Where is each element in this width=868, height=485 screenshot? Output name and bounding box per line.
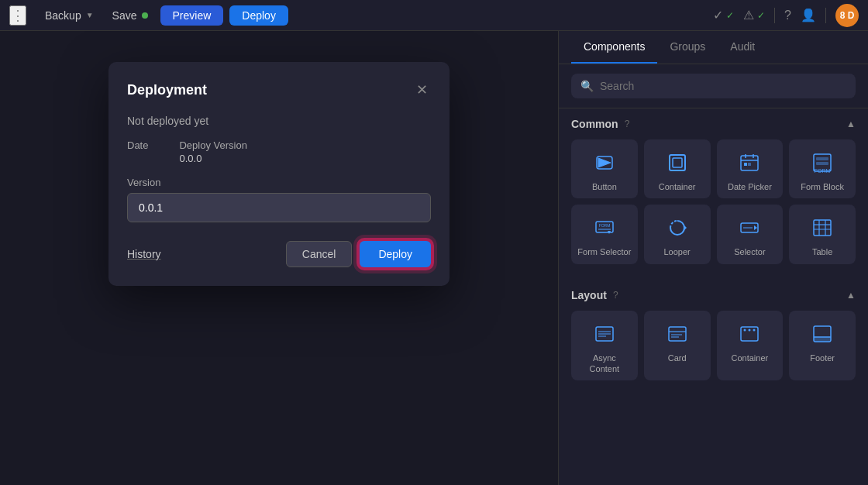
datepicker-label: Date Picker: [728, 181, 772, 192]
svg-rect-9: [748, 163, 751, 166]
avatar-button[interactable]: 8 D: [835, 4, 859, 27]
datepicker-icon: [735, 149, 763, 177]
right-panel: Components Groups Audit 🔍 Common ? ▲: [558, 31, 868, 485]
component-footer[interactable]: Footer: [789, 311, 856, 381]
svg-point-38: [753, 328, 756, 331]
save-button[interactable]: Save: [106, 6, 154, 25]
date-label: Date: [127, 139, 148, 151]
svg-point-36: [744, 328, 746, 331]
component-looper[interactable]: Looper: [644, 205, 711, 263]
modal-backdrop: Deployment ✕ Not deployed yet Date Deplo…: [0, 31, 558, 485]
layout-section-header: Layout ? ▲: [571, 289, 856, 301]
modal-close-button[interactable]: ✕: [412, 81, 431, 99]
search-wrap: 🔍: [571, 74, 856, 98]
cancel-button[interactable]: Cancel: [286, 241, 353, 267]
toolbar: ⋮ Backup ▼ Save Preview Deploy ✓ ✓ ⚠ ✓ ?…: [0, 0, 868, 31]
component-selector[interactable]: Selector: [717, 205, 784, 263]
table-label: Table: [812, 246, 832, 257]
component-formselector[interactable]: FORM Form Selector: [571, 205, 638, 263]
selector-label: Selector: [734, 246, 765, 257]
container-icon: [663, 149, 691, 177]
search-input[interactable]: [600, 80, 846, 92]
container2-icon: [735, 320, 763, 348]
component-asynccontent[interactable]: Async Content: [571, 311, 638, 381]
canvas-area: rs to integrate essential or simply insp…: [0, 31, 558, 485]
tab-components[interactable]: Components: [571, 31, 657, 64]
panel-scroll: Common ? ▲ Button: [559, 108, 868, 485]
formblock-icon: FORM: [808, 149, 836, 177]
component-formblock[interactable]: FORM Form Block: [789, 139, 856, 198]
modal-deploy-version: Deploy Version 0.0.0: [179, 139, 246, 164]
warning-icon-btn[interactable]: ⚠ ✓: [743, 8, 765, 22]
help-icon-btn[interactable]: ?: [784, 9, 791, 22]
tab-groups[interactable]: Groups: [657, 31, 718, 64]
footer-label: Footer: [810, 353, 835, 363]
component-container[interactable]: Container: [644, 139, 711, 198]
looper-icon: [663, 214, 691, 242]
card-icon: [663, 320, 691, 348]
layout-help-icon[interactable]: ?: [613, 290, 618, 301]
backup-button[interactable]: Backup ▼: [39, 6, 100, 25]
asynccontent-icon: [591, 320, 618, 348]
svg-text:FORM: FORM: [599, 223, 611, 228]
asynccontent-label: Async Content: [577, 353, 632, 375]
toolbar-separator: [774, 8, 775, 23]
svg-marker-0: [598, 158, 611, 167]
table-icon: [808, 214, 836, 242]
container-label: Container: [659, 181, 696, 192]
preview-button[interactable]: Preview: [160, 5, 224, 26]
component-datepicker[interactable]: Date Picker: [717, 139, 784, 198]
layout-section: Layout ? ▲: [559, 280, 868, 397]
modal-status: Not deployed yet: [127, 115, 431, 127]
formselector-icon: FORM: [591, 214, 618, 242]
svg-text:FORM: FORM: [815, 168, 831, 174]
history-button[interactable]: History: [127, 248, 161, 260]
modal-meta: Date Deploy Version 0.0.0: [127, 139, 431, 164]
button-label: Button: [592, 181, 617, 192]
component-container2[interactable]: Container: [717, 311, 784, 381]
layout-section-title: Layout: [571, 289, 607, 301]
layout-collapse-button[interactable]: ▲: [846, 290, 856, 301]
svg-rect-3: [673, 158, 682, 167]
svg-rect-2: [670, 155, 685, 170]
common-section-header: Common ? ▲: [571, 118, 856, 130]
panel-tabs: Components Groups Audit: [559, 31, 868, 64]
person-icon-btn[interactable]: 👤: [801, 8, 816, 22]
version-label: Version: [127, 177, 431, 188]
modal-title: Deployment: [127, 82, 207, 98]
common-title-wrap: Common ?: [571, 118, 629, 130]
svg-marker-21: [754, 225, 757, 230]
main-layout: rs to integrate essential or simply insp…: [0, 31, 868, 485]
toolbar-separator-2: [825, 8, 826, 23]
check-icon-btn[interactable]: ✓ ✓: [713, 8, 734, 22]
version-input[interactable]: [127, 193, 431, 222]
svg-rect-31: [669, 327, 686, 341]
search-icon: 🔍: [580, 80, 594, 92]
deployment-modal: Deployment ✕ Not deployed yet Date Deplo…: [108, 62, 450, 286]
component-table[interactable]: Table: [789, 205, 856, 263]
toolbar-icons: ✓ ✓ ⚠ ✓ ? 👤 8 D: [713, 4, 859, 27]
selector-icon: [735, 214, 763, 242]
common-components-grid: Button Container: [571, 139, 856, 264]
component-button[interactable]: Button: [571, 139, 638, 198]
svg-point-37: [749, 328, 751, 331]
modal-deploy-button[interactable]: Deploy: [360, 241, 431, 267]
svg-rect-40: [814, 337, 831, 342]
tab-audit[interactable]: Audit: [718, 31, 767, 64]
formselector-label: Form Selector: [577, 246, 631, 257]
deploy-version-value: 0.0.0: [179, 153, 246, 164]
modal-actions: Cancel Deploy: [286, 241, 431, 267]
layout-title-wrap: Layout ?: [571, 289, 618, 301]
common-help-icon[interactable]: ?: [625, 119, 630, 129]
modal-header: Deployment ✕: [127, 81, 431, 99]
save-status-dot: [142, 12, 148, 19]
svg-rect-8: [744, 163, 747, 166]
backup-dropdown-arrow: ▼: [86, 11, 94, 19]
common-collapse-button[interactable]: ▲: [846, 119, 856, 129]
more-options-button[interactable]: ⋮: [9, 5, 26, 26]
svg-rect-11: [816, 157, 828, 160]
component-card[interactable]: Card: [644, 311, 711, 381]
svg-marker-18: [684, 225, 687, 231]
button-icon: [591, 149, 618, 177]
deploy-button[interactable]: Deploy: [229, 5, 288, 26]
